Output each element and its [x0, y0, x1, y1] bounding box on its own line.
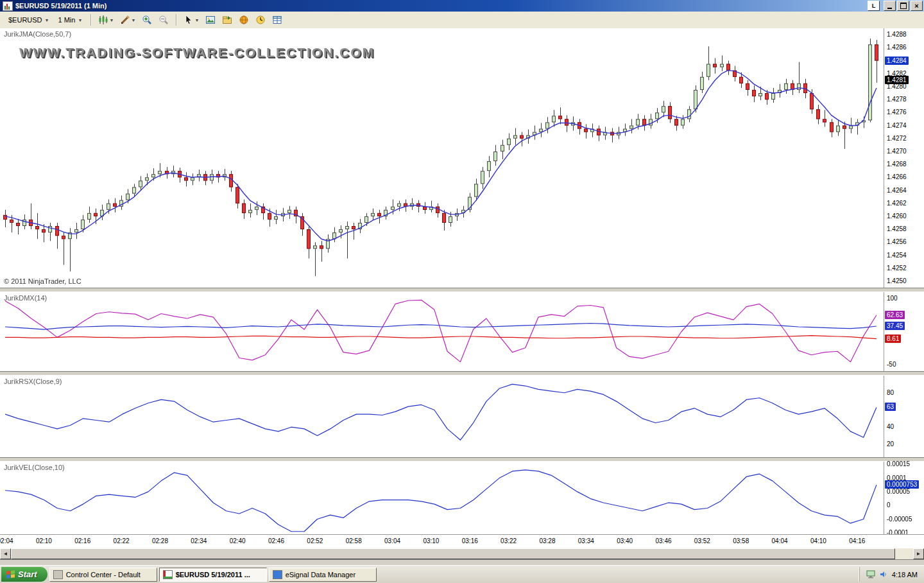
- vel-chart-canvas[interactable]: [0, 462, 884, 534]
- vel-axis[interactable]: 0.000150.00010.000050-0.00005-0.00010.00…: [884, 462, 924, 534]
- chart-style-icon[interactable]: ▼: [96, 13, 116, 27]
- start-button[interactable]: Start: [1, 567, 47, 582]
- window-chart-icon: [3, 1, 13, 11]
- y-axis-tick: 0.00015: [887, 460, 910, 467]
- y-axis-tick: 1.4254: [887, 252, 907, 259]
- taskbar: Start Control Center - Default $EURUSD 5…: [0, 565, 924, 583]
- price-axis[interactable]: 1.42881.42861.42841.42821.42801.42781.42…: [884, 28, 924, 288]
- time-axis-label: 02:16: [72, 537, 94, 544]
- y-axis-tick: 80: [887, 389, 894, 396]
- y-axis-tick: 1.4262: [887, 200, 907, 207]
- time-axis-label: 02:40: [227, 537, 248, 544]
- time-axis[interactable]: 02:0402:1002:1602:2202:2802:3402:4002:46…: [0, 534, 924, 549]
- toolbar-separator: [90, 14, 91, 26]
- time-axis-label: 02:04: [0, 537, 16, 544]
- time-axis-label: 03:58: [730, 537, 752, 544]
- interval-dropdown[interactable]: 1 Min ▼: [54, 14, 87, 26]
- y-axis-tick: 0: [887, 501, 891, 509]
- watermark-text: WWW.TRADING-SOFTWARE-COLLECTION.COM: [19, 45, 375, 60]
- time-axis-label: 02:22: [110, 537, 132, 544]
- time-axis-label: 03:28: [536, 537, 558, 544]
- dmx-chart-canvas[interactable]: [0, 292, 884, 371]
- toolbar-separator: [176, 14, 176, 26]
- link-lock-button[interactable]: L: [868, 1, 880, 11]
- panel-splitter[interactable]: [0, 457, 924, 462]
- snapshot-icon[interactable]: [203, 13, 218, 27]
- taskbar-item-esignal-data-manager[interactable]: eSignal Data Manager: [269, 568, 377, 582]
- copyright-text: © 2011 NinjaTrader, LLC: [4, 277, 81, 285]
- dmx-axis[interactable]: 100-5062.6337.458.61: [884, 292, 924, 371]
- y-axis-tick: 40: [887, 423, 894, 430]
- y-axis-tick: -0.00005: [887, 516, 912, 523]
- close-button[interactable]: ×: [911, 1, 923, 11]
- tray-speaker-icon[interactable]: [879, 570, 888, 579]
- time-axis-label: 02:28: [149, 537, 171, 544]
- horizontal-scrollbar[interactable]: ◄ ►: [0, 548, 924, 559]
- scrollbar-thumb[interactable]: [11, 548, 895, 559]
- rsx-chart-canvas[interactable]: [0, 376, 884, 457]
- data-grid-icon[interactable]: [270, 13, 285, 27]
- time-axis-label: 02:52: [304, 537, 326, 544]
- scroll-left-button[interactable]: ◄: [0, 548, 11, 559]
- zoom-out-icon[interactable]: [156, 13, 171, 27]
- time-axis-label: 03:22: [498, 537, 520, 544]
- chart-window-icon: [163, 570, 173, 579]
- taskbar-clock: 4:18 AM: [892, 571, 918, 579]
- panel-splitter[interactable]: [0, 371, 924, 376]
- interval-label: 1 Min: [58, 16, 76, 24]
- maximize-button[interactable]: [897, 1, 909, 11]
- y-axis-tick: 100: [887, 295, 898, 302]
- chevron-down-icon: ▼: [109, 18, 114, 22]
- time-axis-label: 03:04: [382, 537, 404, 544]
- time-axis-label: 02:10: [33, 537, 55, 544]
- minimize-button[interactable]: [884, 1, 896, 11]
- zoom-in-icon[interactable]: [139, 13, 155, 27]
- chevron-down-icon: ▼: [78, 18, 82, 22]
- y-axis-tick: 1.4258: [887, 225, 907, 232]
- price-panel: JurikJMA(Close,50,7) WWW.TRADING-SOFTWAR…: [0, 28, 924, 288]
- ninjatrader-window: $EURUSD 5/19/2011 (1 Min) L × $EURUSD ▼ …: [0, 0, 924, 583]
- y-axis-tick: 1.4260: [887, 213, 907, 220]
- instrument-dropdown[interactable]: $EURUSD ▼: [4, 14, 54, 26]
- y-axis-tick: 1.4266: [887, 173, 907, 180]
- taskbar-item-control-center[interactable]: Control Center - Default: [49, 568, 157, 582]
- time-axis-label: 03:52: [691, 537, 713, 544]
- taskbar-item-eurusd-chart[interactable]: $EURUSD 5/19/2011 ...: [159, 568, 267, 582]
- time-axis-label: 03:34: [575, 537, 597, 544]
- indicator-label-jma: JurikJMA(Close,50,7): [4, 30, 71, 38]
- cursor-tool-icon[interactable]: ▼: [181, 13, 201, 27]
- rsx-axis[interactable]: 80402063: [884, 376, 924, 457]
- scroll-right-button[interactable]: ►: [913, 548, 924, 559]
- y-axis-tick: 20: [887, 440, 894, 448]
- price-marker: 0.0000753: [885, 480, 919, 489]
- export-icon[interactable]: [219, 13, 235, 27]
- time-axis-label: 02:46: [265, 537, 287, 544]
- minimize-icon: [887, 8, 892, 9]
- price-marker: 1.4284: [885, 57, 909, 65]
- panel-splitter[interactable]: [0, 288, 924, 292]
- rsx-panel: JurikRSX(Close,9) 80402063: [0, 376, 924, 457]
- system-tray: 4:18 AM: [859, 567, 923, 582]
- close-icon: ×: [914, 3, 918, 10]
- indicator-label-vel: JurikVEL(Close,10): [4, 464, 65, 471]
- y-axis-tick: 0.00005: [887, 488, 910, 495]
- tray-monitor-icon[interactable]: [866, 570, 875, 579]
- instrument-label: $EURUSD: [8, 16, 42, 24]
- y-axis-tick: 1.4264: [887, 187, 907, 194]
- draw-tools-icon[interactable]: ▼: [117, 13, 138, 27]
- y-axis-tick: 1.4272: [887, 135, 907, 142]
- start-label: Start: [18, 570, 37, 579]
- price-chart-canvas[interactable]: [0, 28, 884, 288]
- y-axis-tick: 1.4250: [887, 277, 907, 284]
- title-bar[interactable]: $EURUSD 5/19/2011 (1 Min) L ×: [0, 0, 924, 12]
- y-axis-tick: 1.4270: [887, 148, 907, 155]
- price-marker: 37.45: [885, 322, 905, 330]
- globe-icon[interactable]: [236, 13, 252, 27]
- maximize-icon: [900, 3, 907, 9]
- alarm-clock-icon[interactable]: [253, 13, 268, 27]
- time-axis-label: 04:10: [807, 537, 829, 544]
- dmx-panel: JurikDMX(14) 100-5062.6337.458.61: [0, 292, 924, 371]
- y-axis-tick: 1.4268: [887, 161, 907, 168]
- indicator-label-rsx: JurikRSX(Close,9): [4, 378, 62, 385]
- time-axis-label: 02:58: [343, 537, 364, 544]
